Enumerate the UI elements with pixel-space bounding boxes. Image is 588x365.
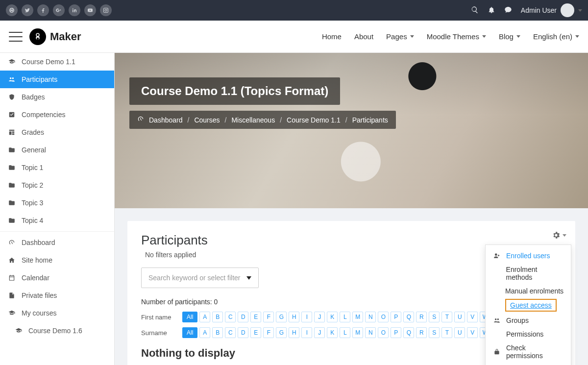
letter-b[interactable]: B xyxy=(212,312,223,322)
letter-j[interactable]: J xyxy=(314,327,325,338)
letter-m[interactable]: M xyxy=(352,327,363,338)
youtube-icon[interactable] xyxy=(84,4,96,16)
settings-menu-toggle[interactable] xyxy=(552,231,566,240)
globe-icon[interactable] xyxy=(6,4,18,16)
letter-i[interactable]: I xyxy=(301,312,312,322)
instagram-icon[interactable] xyxy=(100,4,112,16)
menu-groups[interactable]: Groups xyxy=(486,314,571,327)
menu-enrolment-methods[interactable]: Enrolment methods xyxy=(486,263,571,284)
breadcrumb-courses[interactable]: Courses xyxy=(194,116,220,124)
letter-g[interactable]: G xyxy=(276,312,287,322)
menu-other-users[interactable]: Other users xyxy=(486,363,571,365)
sidebar-item-topic4[interactable]: Topic 4 xyxy=(0,212,114,229)
letter-i[interactable]: I xyxy=(301,327,312,338)
username: Admin User xyxy=(521,6,557,14)
nav-blog[interactable]: Blog xyxy=(499,32,520,41)
letter-a[interactable]: A xyxy=(199,327,210,338)
sidebar-item-competencies[interactable]: Competencies xyxy=(0,106,114,123)
letter-r[interactable]: R xyxy=(416,312,427,322)
facebook-icon[interactable] xyxy=(37,4,49,16)
divider xyxy=(0,231,114,232)
sidebar-item-topic2[interactable]: Topic 2 xyxy=(0,176,114,194)
breadcrumb-misc[interactable]: Miscellaneous xyxy=(231,116,275,124)
letter-q[interactable]: Q xyxy=(403,312,414,322)
letter-v[interactable]: V xyxy=(467,327,478,338)
sidebar-item-sitehome[interactable]: Site home xyxy=(0,251,114,269)
sidebar-toggle[interactable] xyxy=(9,32,23,42)
sidebar-item-grades[interactable]: Grades xyxy=(0,123,114,141)
sidebar-item-dashboard[interactable]: Dashboard xyxy=(0,234,114,251)
nav-about[interactable]: About xyxy=(354,32,373,41)
letter-b[interactable]: B xyxy=(212,327,223,338)
letter-l[interactable]: L xyxy=(340,312,350,322)
letter-k[interactable]: K xyxy=(327,327,338,338)
letter-o[interactable]: O xyxy=(378,312,389,322)
breadcrumb-dashboard[interactable]: Dashboard xyxy=(149,116,183,124)
letter-k[interactable]: K xyxy=(327,312,338,322)
letter-f[interactable]: F xyxy=(263,327,274,338)
letter-n[interactable]: N xyxy=(365,312,376,322)
nav-themes[interactable]: Moodle Themes xyxy=(427,32,486,41)
brand-name: Maker xyxy=(50,30,81,43)
linkedin-icon[interactable] xyxy=(69,4,80,16)
letter-q[interactable]: Q xyxy=(403,327,414,338)
letter-h[interactable]: H xyxy=(289,312,299,322)
letter-h[interactable]: H xyxy=(289,327,299,338)
letter-d[interactable]: D xyxy=(238,312,248,322)
letter-p[interactable]: P xyxy=(391,327,401,338)
letter-m[interactable]: M xyxy=(352,312,363,322)
letter-r[interactable]: R xyxy=(416,327,427,338)
letter-u[interactable]: U xyxy=(454,312,465,322)
letter-t[interactable]: T xyxy=(441,312,452,322)
breadcrumb-course[interactable]: Course Demo 1.1 xyxy=(287,116,341,124)
menu-enrolled-users[interactable]: Enrolled users xyxy=(486,249,571,263)
letter-u[interactable]: U xyxy=(454,327,465,338)
sidebar-item-calendar[interactable]: Calendar xyxy=(0,269,114,287)
google-plus-icon[interactable] xyxy=(53,4,65,16)
nav-lang[interactable]: English (en) xyxy=(533,32,579,41)
letter-v[interactable]: V xyxy=(467,312,478,322)
letter-t[interactable]: T xyxy=(441,327,452,338)
sidebar-item-privatefiles[interactable]: Private files xyxy=(0,287,114,304)
letter-e[interactable]: E xyxy=(250,327,261,338)
sidebar-item-badges[interactable]: Badges xyxy=(0,88,114,106)
filter-input[interactable]: Search keyword or select filter xyxy=(141,268,259,288)
sidebar: Course Demo 1.1 Participants Badges Comp… xyxy=(0,53,115,365)
menu-permissions[interactable]: Permissions xyxy=(486,327,571,341)
sidebar-item-course[interactable]: Course Demo 1.1 xyxy=(0,53,114,71)
user-menu[interactable]: Admin User xyxy=(521,3,582,17)
letter-g[interactable]: G xyxy=(276,327,287,338)
chat-icon[interactable] xyxy=(504,6,512,15)
letter-j[interactable]: J xyxy=(314,312,325,322)
letter-l[interactable]: L xyxy=(340,327,350,338)
letter-c[interactable]: C xyxy=(225,312,236,322)
letter-c[interactable]: C xyxy=(225,327,236,338)
sidebar-item-general[interactable]: General xyxy=(0,141,114,159)
letter-p[interactable]: P xyxy=(391,312,401,322)
letter-s[interactable]: S xyxy=(429,327,440,338)
twitter-icon[interactable] xyxy=(22,4,33,16)
brand[interactable]: Maker xyxy=(29,28,81,45)
chevron-down-icon xyxy=(410,35,414,38)
letter-o[interactable]: O xyxy=(378,327,389,338)
sidebar-item-topic1[interactable]: Topic 1 xyxy=(0,159,114,176)
sidebar-item-topic3[interactable]: Topic 3 xyxy=(0,194,114,212)
letter-a[interactable]: A xyxy=(199,312,210,322)
letter-all[interactable]: All xyxy=(182,312,197,322)
letter-all[interactable]: All xyxy=(182,327,197,338)
search-icon[interactable] xyxy=(471,6,479,15)
letter-f[interactable]: F xyxy=(263,312,274,322)
bell-icon[interactable] xyxy=(488,6,495,15)
sidebar-item-mycourses[interactable]: My courses xyxy=(0,304,114,322)
menu-guest-access[interactable]: Guest access xyxy=(505,299,557,312)
menu-manual-enrolments[interactable]: Manual enrolments xyxy=(486,284,571,298)
letter-e[interactable]: E xyxy=(250,312,261,322)
letter-d[interactable]: D xyxy=(238,327,248,338)
letter-s[interactable]: S xyxy=(429,312,440,322)
sidebar-item-participants[interactable]: Participants xyxy=(0,71,114,88)
letter-n[interactable]: N xyxy=(365,327,376,338)
nav-pages[interactable]: Pages xyxy=(386,32,414,41)
menu-check-permissions[interactable]: Check permissions xyxy=(486,341,571,363)
sidebar-item-subcourse[interactable]: Course Demo 1.6 xyxy=(0,322,114,340)
nav-home[interactable]: Home xyxy=(322,32,342,41)
